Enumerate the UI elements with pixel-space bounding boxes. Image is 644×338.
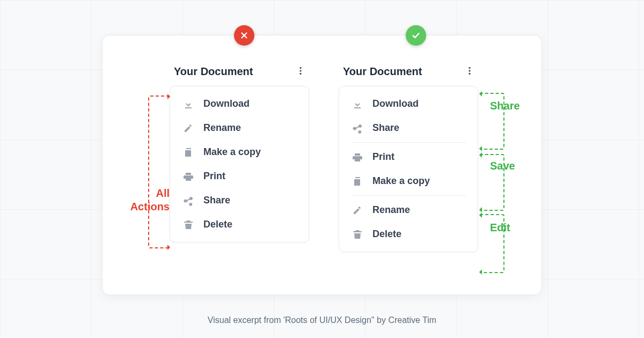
menu-item-share[interactable]: Share xyxy=(170,188,309,212)
close-icon xyxy=(239,31,249,40)
menu-item-share[interactable]: Share xyxy=(339,116,478,140)
good-annotation-save: Save xyxy=(490,160,515,172)
caption: Visual excerpt from 'Roots of UI/UX Desi… xyxy=(0,315,644,325)
share-icon xyxy=(183,195,194,206)
bad-menu: Download Rename Make a copy Print Share … xyxy=(170,86,309,243)
bad-panel-title: Your Document xyxy=(174,65,253,78)
pencil-icon xyxy=(352,205,363,216)
pencil-icon xyxy=(183,123,194,134)
check-icon xyxy=(411,31,421,40)
print-icon xyxy=(183,171,194,182)
menu-item-label: Download xyxy=(372,98,419,109)
comparison-card: All Actions Your Document Download Renam… xyxy=(102,35,542,295)
share-icon xyxy=(352,123,363,134)
menu-separator xyxy=(351,142,466,143)
menu-item-delete[interactable]: Delete xyxy=(170,212,309,237)
menu-separator xyxy=(351,195,466,196)
download-icon xyxy=(352,99,363,109)
good-badge xyxy=(406,25,426,46)
menu-item-print[interactable]: Print xyxy=(170,164,309,188)
good-panel: Your Document Download Share Print Make … xyxy=(339,63,478,252)
menu-item-download[interactable]: Download xyxy=(170,92,309,116)
menu-item-label: Share xyxy=(372,122,399,134)
menu-item-rename[interactable]: Rename xyxy=(170,116,309,140)
bad-panel: All Actions Your Document Download Renam… xyxy=(170,63,309,243)
trash-icon xyxy=(352,229,363,240)
menu-item-print[interactable]: Print xyxy=(339,145,478,169)
menu-item-label: Make a copy xyxy=(372,175,430,187)
download-icon xyxy=(183,99,194,109)
menu-item-label: Rename xyxy=(203,122,241,134)
kebab-icon[interactable] xyxy=(294,66,307,77)
good-panel-title: Your Document xyxy=(343,65,422,78)
menu-item-delete[interactable]: Delete xyxy=(339,222,478,246)
menu-item-label: Download xyxy=(203,98,250,109)
good-menu: Download Share Print Make a copy Rename … xyxy=(339,86,478,252)
menu-item-rename[interactable]: Rename xyxy=(339,198,478,222)
copy-icon xyxy=(352,176,363,187)
menu-item-label: Share xyxy=(203,195,230,206)
print-icon xyxy=(352,152,363,163)
menu-item-label: Make a copy xyxy=(203,146,261,158)
menu-item-label: Print xyxy=(372,151,394,163)
menu-item-label: Delete xyxy=(372,229,401,240)
copy-icon xyxy=(183,147,194,158)
menu-item-label: Rename xyxy=(372,204,410,216)
menu-item-label: Delete xyxy=(203,219,232,230)
menu-item-label: Print xyxy=(203,171,225,182)
trash-icon xyxy=(183,219,194,230)
menu-item-copy[interactable]: Make a copy xyxy=(170,140,309,164)
bad-badge xyxy=(234,25,254,46)
kebab-icon[interactable] xyxy=(463,66,476,77)
bad-bracket xyxy=(148,95,170,248)
menu-item-download[interactable]: Download xyxy=(339,92,478,116)
menu-item-copy[interactable]: Make a copy xyxy=(339,169,478,193)
good-annotation-share: Share xyxy=(490,100,520,112)
good-annotation-edit: Edit xyxy=(490,222,510,234)
